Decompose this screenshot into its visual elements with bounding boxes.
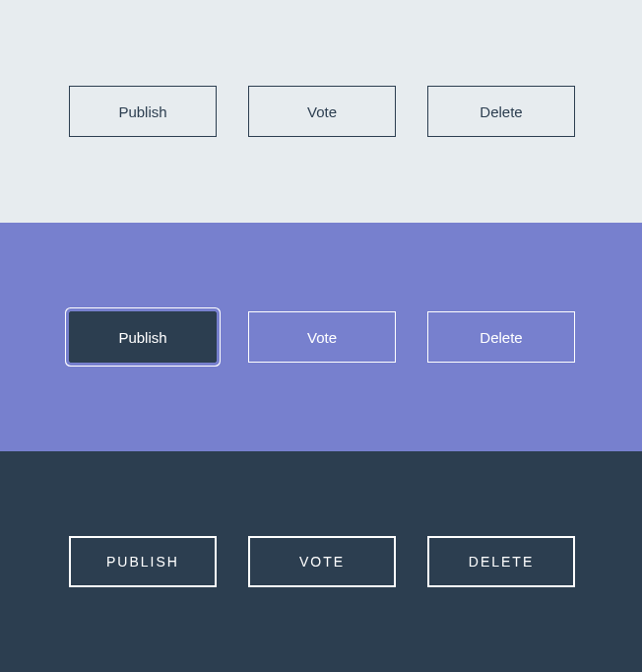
delete-button[interactable]: Delete <box>427 536 575 587</box>
delete-button[interactable]: Delete <box>427 311 575 363</box>
vote-button[interactable]: Vote <box>248 311 396 363</box>
delete-button[interactable]: Delete <box>427 86 575 137</box>
vote-button[interactable]: Vote <box>248 536 396 587</box>
button-section-light: Publish Vote Delete <box>0 0 642 223</box>
publish-button[interactable]: Publish <box>69 86 217 137</box>
publish-button[interactable]: Publish <box>69 311 217 363</box>
vote-button[interactable]: Vote <box>248 86 396 137</box>
button-section-purple: Publish Vote Delete <box>0 223 642 451</box>
button-section-dark: Publish Vote Delete <box>0 451 642 672</box>
publish-button[interactable]: Publish <box>69 536 217 587</box>
